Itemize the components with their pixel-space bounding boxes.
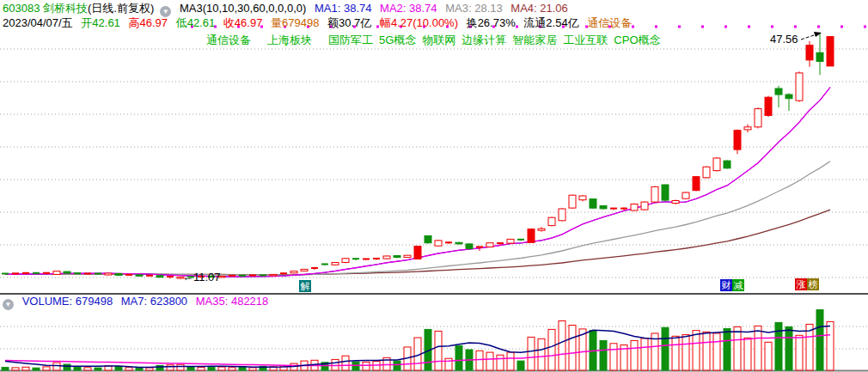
period-mode: (日线.前复权): [88, 2, 154, 15]
quote-bar: 2023/04/07/五 开42.61 高46.97 低42.61 收46.97…: [3, 16, 637, 29]
concept-tags: 通信设备上海板块国防军工5G概念物联网边缘计算智能家居工业互联CPO概念: [206, 34, 667, 46]
quote-industry[interactable]: 通信设备: [587, 16, 632, 29]
ma-settings: MA3(10,10,30,60,0,0,0,0): [180, 2, 306, 15]
low-price-label: ←11.07: [182, 271, 221, 284]
stock-chart-window: ←11.0747.56 603083 剑桥科技(日线.前复权)▼ MA3(10,…: [0, 0, 868, 372]
quote-change: 幅4.27(10.00%): [380, 16, 458, 29]
event-badge-涨[interactable]: 涨: [795, 278, 807, 290]
quote-open: 开42.61: [81, 16, 120, 29]
ma1-value: MA1: 38.74: [315, 2, 372, 15]
concept-tag[interactable]: 5G概念: [379, 34, 416, 46]
quote-float: 流通2.54亿: [523, 16, 578, 29]
high-price-label: 47.56: [770, 33, 798, 46]
volume-ma7-value: MA7: 623800: [121, 295, 187, 308]
concept-tag[interactable]: 国防军工: [328, 34, 373, 46]
volume-header: ▼ VOLUME: 679498 MA7: 623800 MA35: 48221…: [3, 295, 273, 310]
volume-value: VOLUME: 679498: [22, 295, 113, 308]
quote-amount: 额30.7亿: [327, 16, 371, 29]
ma3-value: MA3: 28.13: [445, 2, 503, 15]
concept-tag[interactable]: 上海板块: [267, 34, 312, 46]
event-badge-财[interactable]: 财: [720, 279, 732, 291]
concept-tag[interactable]: CPO概念: [614, 34, 660, 46]
volume-ma35-value: MA35: 482218: [196, 295, 269, 308]
quote-volume: 量679498: [271, 16, 319, 29]
quote-low: 低42.61: [176, 16, 216, 29]
concept-tag[interactable]: 边缘计算: [462, 34, 506, 46]
concept-tag[interactable]: 智能家居: [512, 34, 557, 46]
chevron-down-icon[interactable]: ▼: [3, 299, 14, 310]
ma2-value: MA2: 38.74: [380, 2, 437, 15]
concept-tag[interactable]: 通信设备: [206, 34, 251, 46]
event-badge-榜[interactable]: 榜: [807, 278, 819, 290]
quote-date: 2023/04/07/五: [3, 16, 73, 29]
concept-tag[interactable]: 工业互联: [563, 34, 608, 46]
event-badge-解[interactable]: 解: [299, 280, 311, 292]
quote-high: 高46.97: [128, 16, 168, 29]
ma4-value: MA4: 21.06: [510, 2, 568, 15]
quote-close: 收46.97: [223, 16, 263, 29]
concept-tag[interactable]: 物联网: [422, 34, 455, 46]
title-bar: 603083 剑桥科技(日线.前复权)▼ MA3(10,10,30,60,0,0…: [3, 2, 573, 17]
candlestick-chart[interactable]: ←11.0747.56: [0, 0, 868, 372]
event-badge-减[interactable]: 减: [732, 279, 744, 291]
quote-turnover: 换26.73%: [467, 16, 516, 29]
stock-code-name: 603083 剑桥科技: [3, 2, 88, 15]
